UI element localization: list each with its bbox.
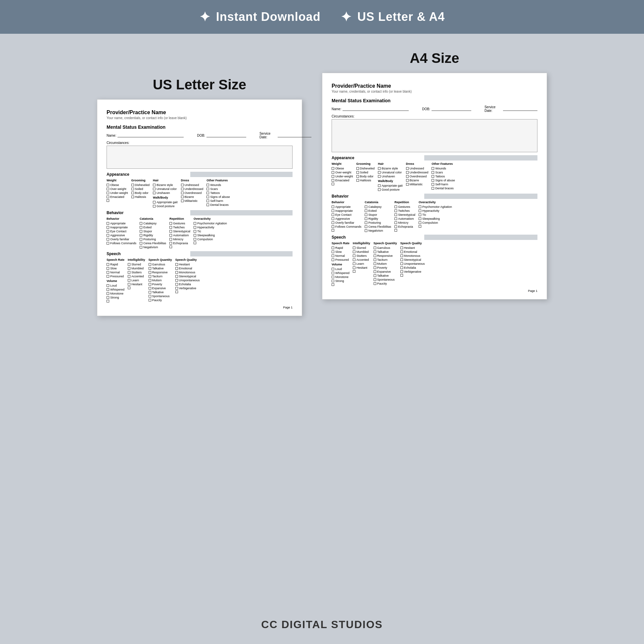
a4-cb-slow: Slow bbox=[332, 250, 349, 253]
behavior-label: Behavior bbox=[107, 210, 126, 215]
name-line bbox=[117, 133, 184, 137]
a4-speech-line bbox=[424, 235, 537, 240]
speech-col-rate: Speech Rate Rapid Slow Normal Pressured … bbox=[107, 258, 124, 302]
circumstances-box[interactable] bbox=[107, 146, 293, 169]
cb-monotone: Monotone bbox=[107, 292, 124, 295]
cb-pressured: Pressured bbox=[107, 275, 124, 278]
cb-unshaven: Unshaven bbox=[153, 191, 178, 195]
cb-hesitant2: Hesitant bbox=[175, 263, 200, 266]
a4-cb-beh-blank bbox=[332, 229, 361, 232]
cb-expansive: Expansive bbox=[149, 287, 172, 290]
a4-cb-learn: Learn bbox=[353, 262, 370, 265]
a4-cb-responsive: Responsive bbox=[374, 254, 397, 257]
cb-stupor: Stupor bbox=[140, 230, 166, 233]
a4-cb-underdressed: Underdressed bbox=[406, 171, 429, 174]
cb-underweight: Under-weight bbox=[107, 191, 128, 195]
appearance-col-weight: Weight Obese Over-weight Under-weight Em… bbox=[107, 179, 128, 208]
cb-sleepwalking: Sleepwalking bbox=[194, 234, 227, 237]
a4-cb-taciturn: Taciturn bbox=[374, 258, 397, 261]
a4-name-label: Name: bbox=[332, 107, 341, 111]
a4-cb-normal: Normal bbox=[332, 254, 349, 257]
grooming-header: Grooming bbox=[131, 179, 150, 182]
a4-service-date-line bbox=[503, 107, 537, 111]
a4-cb-pressured: Pressured bbox=[332, 258, 349, 261]
cb-whispered: Whispered bbox=[107, 288, 124, 291]
a4-cb-loud: Loud bbox=[332, 267, 349, 271]
a4-cb-strong: Strong bbox=[332, 279, 349, 283]
speech-header: Speech bbox=[107, 252, 293, 256]
catatonia-header: Catatonia bbox=[140, 217, 166, 220]
speech-grid: Speech Rate Rapid Slow Normal Pressured … bbox=[107, 258, 293, 302]
a4-overactivity-col: Overactivity Psychomotor Agitation Hyper… bbox=[419, 201, 452, 232]
name-field: Name: bbox=[107, 132, 184, 139]
cb-intel-blank bbox=[128, 287, 145, 289]
us-letter-wrapper: US Letter Size Provider/Practice Name Yo… bbox=[97, 77, 302, 316]
a4-cb-hyperactivity: Hyperactivity bbox=[419, 209, 452, 212]
cb-psychomotor: Psychomotor Agitation bbox=[194, 222, 227, 225]
a4-cb-emaciated: Emaciated bbox=[332, 179, 353, 182]
a4-form-row-name: Name: DOB: Service Date: bbox=[332, 105, 537, 113]
a4-cb-intel-blank bbox=[353, 270, 370, 273]
a4-cb-disheveled: Disheveled bbox=[356, 167, 375, 170]
repetition-header: Repetition bbox=[169, 217, 190, 220]
a4-cb-overly-familiar: Overly familiar bbox=[332, 221, 361, 224]
cb-overdressed: Overdressed bbox=[181, 191, 204, 195]
a4-cb-talkative2: Talkative bbox=[374, 274, 397, 277]
cb-negativism: Negativism bbox=[140, 246, 166, 249]
cb-echopraxia: Echopraxia bbox=[169, 242, 190, 245]
cb-hesitant: Hesitant bbox=[128, 283, 145, 286]
a4-intel-col: Intelligibility Slurred Mumbled Stutters… bbox=[353, 242, 370, 286]
a4-speech-grid: Speech Rate Rapid Slow Normal Pressured … bbox=[332, 242, 537, 286]
a4-cb-negativism: Negativism bbox=[365, 229, 391, 232]
a4-other-col: Other Features Wounds Scars Tattoos Sign… bbox=[432, 162, 455, 191]
a4-cb-stupor: Stupor bbox=[365, 213, 391, 216]
speech-col-quality: Speech Quality Hesitant Emotional Monoto… bbox=[175, 258, 200, 302]
appearance-grid: Weight Obese Over-weight Under-weight Em… bbox=[107, 179, 293, 208]
appearance-header-line bbox=[190, 172, 293, 177]
a4-catatonia-col: Catatonia Catalepsy Exited Stupor Rigidi… bbox=[365, 201, 391, 232]
a4-wrapper: A4 Size Provider/Practice Name Your name… bbox=[322, 50, 547, 299]
cb-garrulous: Garrulous bbox=[149, 263, 172, 266]
a4-cb-accented: Accented bbox=[353, 258, 370, 261]
cb-stutters: Stutters bbox=[128, 271, 145, 274]
a4-cb-hesitant-intel: Hesitant bbox=[353, 266, 370, 269]
cb-rate-blank bbox=[107, 300, 124, 302]
cb-follows-commands: Follows Commands bbox=[107, 242, 136, 245]
a4-behavior-line bbox=[424, 194, 537, 199]
cb-monotonous: Monotonous bbox=[175, 271, 200, 274]
a4-cb-bizarre-style: Bizarre style bbox=[378, 167, 403, 170]
a4-service-date-field: Service Date: bbox=[484, 105, 537, 113]
a4-cb-garrulous: Garrulous bbox=[374, 246, 397, 250]
behavior-grid: Behavior Appropriate Inappropriate Eye C… bbox=[107, 217, 293, 249]
a4-cb-monotone: Monotone bbox=[332, 275, 349, 279]
overactivity-header: Overactivity bbox=[194, 217, 227, 220]
a4-behavior-label: Behavior bbox=[332, 194, 351, 199]
a4-behavior-col: Behavior Appropriate Inappropriate Eye C… bbox=[332, 201, 361, 232]
banner-item-download: ✦ Instant Download bbox=[199, 9, 321, 24]
cb-ov-blank bbox=[194, 242, 227, 244]
service-date-label: Service Date: bbox=[259, 132, 276, 139]
a4-cb-stutters: Stutters bbox=[353, 254, 370, 257]
a4-hair-col: Hair Bizarre style Unnatural color Unsha… bbox=[378, 162, 403, 191]
circumstances-label: Circumstances: bbox=[107, 141, 293, 145]
a4-title: A4 Size bbox=[410, 50, 459, 66]
quantity-header: Speech Quantity bbox=[149, 258, 172, 261]
cb-unnatural-color: Unnatural color bbox=[153, 187, 178, 191]
cb-exited: Exited bbox=[140, 226, 166, 229]
cb-slow: Slow bbox=[107, 267, 124, 270]
a4-cb-stereotypical: Stereotypical bbox=[394, 213, 415, 216]
a4-dress-col: Dress Undressed Underdressed Overdressed… bbox=[406, 162, 429, 191]
a4-cb-militaristic: Militaristic bbox=[406, 183, 429, 186]
page-num-us: Page 1 bbox=[107, 306, 293, 309]
cb-stereotypical-speech: Stereotypical bbox=[175, 275, 200, 278]
a4-cb-wounds: Wounds bbox=[432, 167, 455, 170]
a4-cb-unshaven: Unshaven bbox=[378, 175, 403, 178]
a4-circumstances-box[interactable] bbox=[332, 119, 537, 152]
appearance-col-hair: Hair Bizarre style Unnatural color Unsha… bbox=[153, 179, 178, 208]
cb-appropriate-gait: Appropriate gait bbox=[153, 201, 178, 204]
cb-mumbled: Mumbled bbox=[128, 267, 145, 270]
cb-rep-blank bbox=[169, 246, 190, 248]
dob-label: DOB: bbox=[197, 134, 205, 137]
cb-emotional: Emotional bbox=[175, 267, 200, 270]
a4-cb-obese: Obese bbox=[332, 167, 353, 170]
